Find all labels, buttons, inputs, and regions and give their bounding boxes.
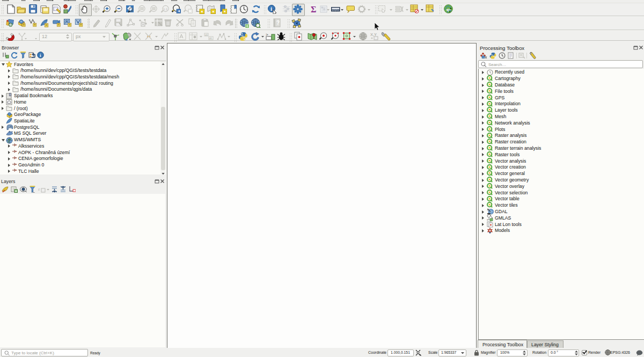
svg-text:i: i (270, 5, 272, 12)
svg-text:ε: ε (38, 186, 40, 192)
svg-text:ab: ab (205, 34, 208, 37)
svg-text:?: ? (276, 20, 280, 26)
svg-text:Σ: Σ (311, 5, 316, 13)
svg-text:1:1: 1:1 (163, 8, 168, 11)
svg-text:ab: ab (209, 37, 213, 40)
